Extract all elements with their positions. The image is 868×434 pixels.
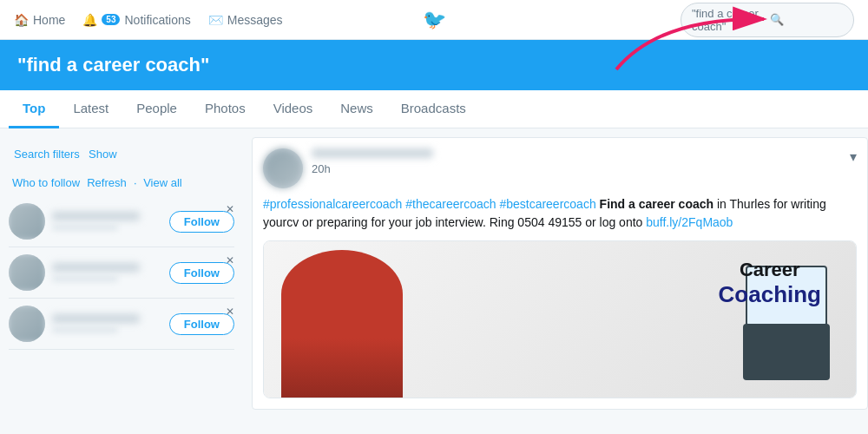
top-nav: 🏠 Home 🔔 53 Notifications ✉️ Messages 🐦 … [0, 0, 868, 40]
messages-label: Messages [227, 13, 283, 27]
follow-name [52, 263, 140, 272]
mail-icon: ✉️ [208, 13, 223, 27]
home-icon: 🏠 [14, 13, 29, 27]
close-icon[interactable]: ✕ [226, 203, 234, 215]
tab-latest[interactable]: Latest [59, 90, 122, 128]
home-nav-item[interactable]: 🏠 Home [14, 13, 65, 27]
content-area: 20h ▾ #professionalcareercoach #thecaree… [252, 137, 868, 418]
sidebar: Search filters Show Who to follow Refres… [0, 137, 243, 418]
search-nav-value: "find a career coach" [692, 7, 765, 33]
follow-button[interactable]: Follow [169, 262, 234, 284]
close-icon[interactable]: ✕ [226, 254, 234, 266]
home-label: Home [33, 13, 65, 27]
show-link[interactable]: Show [89, 148, 117, 161]
avatar [9, 254, 45, 291]
bell-icon: 🔔 [82, 13, 97, 27]
tweet-avatar [263, 148, 303, 188]
tweet-bold-text: Find a career coach [600, 197, 714, 211]
follow-item: Follow ✕ [9, 247, 234, 299]
career-text-overlay: Career Coaching [719, 259, 821, 308]
tweet-meta: 20h [312, 148, 841, 175]
laptop-base [743, 324, 830, 380]
tabs-bar: Top Latest People Photos Videos News Bro… [0, 90, 868, 128]
person-body [281, 250, 403, 398]
view-all-link[interactable]: View all [143, 176, 182, 189]
messages-nav-item[interactable]: ✉️ Messages [208, 13, 283, 27]
search-header: "find a career coach" [0, 40, 868, 90]
dropdown-icon[interactable]: ▾ [850, 148, 857, 165]
card-title: Career [719, 259, 821, 281]
search-filters-title: Search filters Show [9, 146, 234, 161]
follow-item: Follow ✕ [9, 196, 234, 247]
twitter-logo: 🐦 [423, 9, 446, 30]
tweet-header: 20h ▾ [263, 148, 857, 188]
avatar [9, 203, 45, 240]
tab-videos[interactable]: Videos [260, 90, 327, 128]
career-image: Career Coaching [264, 241, 856, 398]
follow-handle [52, 275, 118, 282]
search-header-title: "find a career coach" [17, 54, 851, 76]
search-box-nav[interactable]: "find a career coach" 🔍 [681, 3, 854, 37]
nav-center: 🐦 [423, 9, 446, 31]
tab-top[interactable]: Top [9, 90, 59, 128]
tab-news[interactable]: News [326, 90, 387, 128]
hashtag-link[interactable]: #professionalcareercoach #thecareercoach… [263, 197, 596, 211]
follow-name [52, 314, 140, 323]
nav-right: "find a career coach" 🔍 [681, 3, 854, 37]
follow-handle [52, 224, 118, 231]
tweet-url-link[interactable]: buff.ly/2FqMaob [646, 215, 733, 229]
search-nav-icon: 🔍 [770, 13, 843, 26]
follow-info [52, 212, 162, 231]
notifications-nav-item[interactable]: 🔔 53 Notifications [82, 13, 190, 27]
tab-broadcasts[interactable]: Broadcasts [387, 90, 480, 128]
who-to-follow-title: Who to follow Refresh · View all [9, 174, 234, 189]
follow-handle [52, 326, 118, 333]
main-layout: Search filters Show Who to follow Refres… [0, 128, 868, 427]
nav-left: 🏠 Home 🔔 53 Notifications ✉️ Messages [14, 13, 283, 27]
tab-photos[interactable]: Photos [191, 90, 260, 128]
tweet-time: 20h [312, 162, 331, 175]
close-icon[interactable]: ✕ [226, 306, 234, 318]
avatar [9, 306, 45, 342]
tweet-image-card: Career Coaching [263, 240, 857, 398]
follow-name [52, 212, 140, 220]
follow-button[interactable]: Follow [169, 211, 234, 233]
tweet-text: #professionalcareercoach #thecareercoach… [263, 195, 857, 232]
tab-people[interactable]: People [122, 90, 191, 128]
search-filters-section: Search filters Show [9, 146, 234, 161]
who-to-follow-section: Who to follow Refresh · View all Follow … [9, 174, 234, 350]
follow-button[interactable]: Follow [169, 313, 234, 335]
notifications-label: Notifications [124, 13, 190, 27]
notifications-badge: 53 [102, 14, 120, 25]
tweet-image: Career Coaching [264, 241, 856, 398]
follow-info [52, 263, 162, 282]
tweet-card: 20h ▾ #professionalcareercoach #thecaree… [252, 137, 868, 410]
refresh-link[interactable]: Refresh [87, 176, 127, 189]
follow-info [52, 314, 162, 333]
person-figure [281, 250, 403, 398]
follow-item: Follow ✕ [9, 299, 234, 350]
tweet-username [312, 148, 433, 158]
separator: · [134, 176, 140, 189]
card-subtitle: Coaching [719, 281, 821, 308]
